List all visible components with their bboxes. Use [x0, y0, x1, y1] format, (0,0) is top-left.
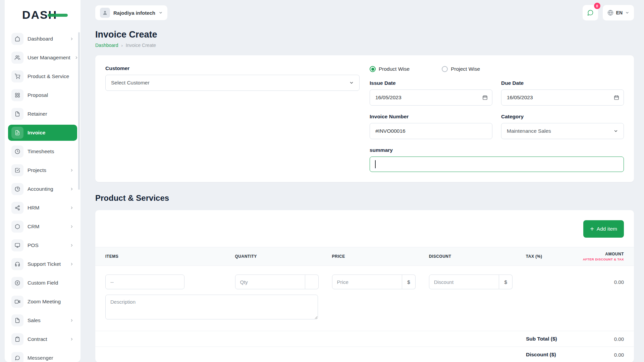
sidebar-scrollbar[interactable] — [78, 32, 80, 190]
invoice-icon — [11, 127, 23, 139]
discount-total-value: 0.00 — [584, 352, 624, 358]
sidebar-item-support-ticket[interactable]: Support Ticket — [8, 256, 77, 272]
share-nodes-icon — [11, 202, 23, 214]
sidebar-item-product-service[interactable]: Product & Service — [8, 68, 77, 84]
language-selector[interactable]: EN — [603, 5, 634, 20]
sidebar-item-sales[interactable]: Sales — [8, 312, 77, 328]
invoice-form-card: Customer Select Customer Product Wise Pr… — [95, 55, 634, 182]
sidebar-item-label: Projects — [28, 167, 66, 173]
project-wise-radio[interactable]: Project Wise — [442, 66, 480, 72]
due-date-label: Due Date — [501, 80, 624, 86]
add-item-button[interactable]: + Add item — [583, 220, 624, 238]
logo-dash-accent — [48, 14, 68, 17]
discount-total-row: Discount ($) 0.00 — [95, 347, 634, 362]
price-input[interactable] — [332, 275, 402, 289]
sidebar-item-hrm[interactable]: HRM — [8, 200, 77, 216]
chevron-right-icon — [70, 243, 74, 247]
grid-icon — [11, 89, 23, 101]
customer-select-value: Select Customer — [111, 80, 349, 86]
sidebar-item-user-management[interactable]: User Management — [8, 50, 77, 66]
clipboard-icon — [11, 333, 23, 345]
chevron-right-icon — [70, 318, 74, 322]
cart-icon — [11, 70, 23, 82]
plus-circle-icon — [11, 277, 23, 289]
due-date-input[interactable] — [501, 89, 624, 106]
clock-icon — [11, 145, 23, 158]
pie-chart-icon — [11, 183, 23, 195]
price-header: PRICE — [332, 254, 429, 259]
summary-label: summary — [370, 147, 624, 153]
sidebar-item-retainer[interactable]: Retainer — [8, 106, 77, 122]
quantity-input-group — [235, 275, 319, 289]
breadcrumb-separator-icon: › — [121, 43, 123, 48]
chevron-down-icon — [625, 11, 629, 15]
quantity-header: QUANTITY — [235, 254, 332, 259]
app-logo[interactable]: DASH — [5, 0, 80, 29]
invoice-number-label: Invoice Number — [370, 114, 492, 120]
description-input[interactable] — [105, 295, 318, 319]
customer-column: Customer Select Customer — [105, 65, 360, 172]
product-wise-radio[interactable]: Product Wise — [370, 66, 410, 72]
sidebar-item-label: Messenger — [28, 355, 74, 361]
sidebar-item-label: Proposal — [28, 92, 74, 98]
description-row — [95, 292, 634, 331]
quantity-input[interactable] — [235, 275, 305, 289]
discount-input-group: $ — [429, 275, 513, 289]
company-avatar — [100, 8, 110, 18]
sidebar-item-invoice[interactable]: Invoice — [8, 125, 77, 141]
company-selector[interactable]: Rajodiya infotech — [95, 5, 167, 20]
price-currency-addon: $ — [402, 275, 416, 289]
sidebar-item-dashboard[interactable]: Dashboard — [8, 31, 77, 47]
items-header: ITEMS — [105, 254, 235, 259]
sidebar-item-messenger[interactable]: Messenger — [8, 350, 77, 362]
category-field: Category Maintenance Sales — [501, 114, 624, 139]
page-title: Invoice Create — [95, 29, 634, 40]
message-icon — [587, 9, 594, 16]
subtotal-row: Sub Total ($) 0.00 — [95, 331, 634, 347]
breadcrumb-dashboard-link[interactable]: Dashboard — [95, 43, 118, 48]
text-caret — [375, 160, 376, 168]
category-select[interactable]: Maintenance Sales — [501, 123, 624, 139]
sidebar-item-label: Retainer — [28, 111, 74, 117]
sidebar-item-custom-field[interactable]: Custom Field — [8, 275, 77, 291]
sidebar-item-label: POS — [28, 242, 66, 248]
chevron-down-icon — [349, 80, 354, 85]
summary-input[interactable] — [370, 157, 624, 172]
chevron-right-icon — [70, 337, 74, 341]
chevron-right-icon — [70, 168, 74, 172]
chevron-right-icon — [70, 187, 74, 191]
sidebar-item-pos[interactable]: POS — [8, 237, 77, 253]
sidebar-item-label: CRM — [28, 224, 66, 230]
issue-date-field: Issue Date — [370, 80, 492, 106]
sidebar-item-label: Support Ticket — [28, 261, 66, 267]
chevron-right-icon — [70, 37, 74, 41]
invoice-number-input[interactable] — [370, 123, 492, 139]
video-icon — [11, 296, 23, 308]
sidebar-item-crm[interactable]: CRM — [8, 219, 77, 235]
monitor-icon — [11, 239, 23, 251]
topbar-actions: 0 EN — [583, 5, 634, 20]
sidebar-item-contract[interactable]: Contract — [8, 331, 77, 347]
topbar: Rajodiya infotech 0 EN — [95, 0, 634, 25]
breadcrumb: Dashboard › Invoice Create — [95, 43, 634, 48]
file-icon — [11, 314, 23, 326]
headphones-icon — [11, 258, 23, 270]
box-icon — [11, 221, 23, 233]
messages-button[interactable]: 0 — [583, 5, 598, 20]
sidebar-item-timesheets[interactable]: Timesheets — [8, 143, 77, 160]
items-table-header: ITEMS QUANTITY PRICE DISCOUNT TAX (%) AM… — [95, 247, 634, 266]
issue-date-input[interactable] — [370, 89, 492, 106]
sidebar-item-accounting[interactable]: Accounting — [8, 181, 77, 197]
item-select-input[interactable] — [105, 275, 184, 289]
category-label: Category — [501, 114, 624, 120]
subtotal-value: 0.00 — [584, 336, 624, 342]
globe-icon — [607, 10, 613, 16]
customer-label: Customer — [105, 65, 360, 71]
sidebar-item-projects[interactable]: Projects — [8, 162, 77, 178]
sidebar-item-zoom-meeting[interactable]: Zoom Meeting — [8, 294, 77, 310]
tax-header: TAX (%) — [526, 254, 579, 259]
sidebar-item-proposal[interactable]: Proposal — [8, 87, 77, 103]
chevron-down-icon — [613, 129, 618, 133]
customer-select[interactable]: Select Customer — [105, 75, 360, 91]
discount-input[interactable] — [429, 275, 499, 289]
